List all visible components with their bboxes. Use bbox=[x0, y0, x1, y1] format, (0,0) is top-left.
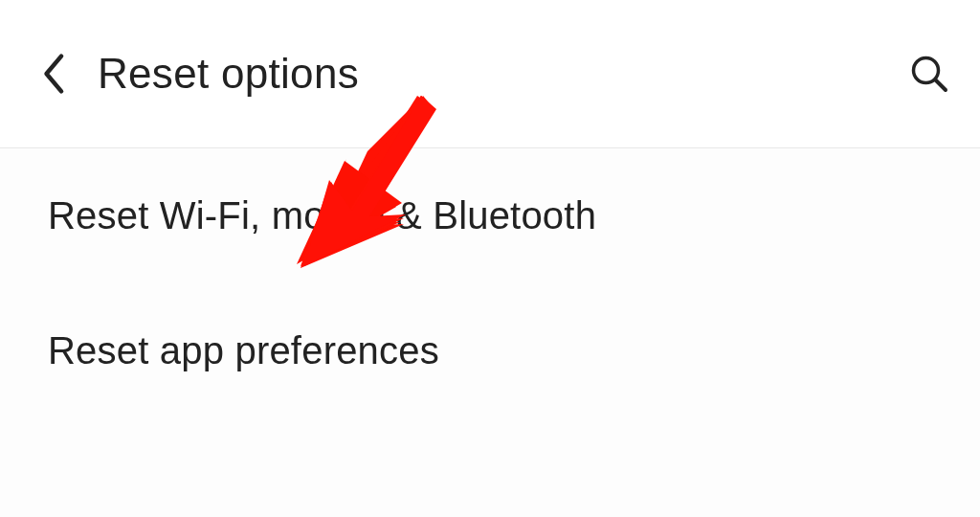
list-item-label: Reset Wi-Fi, mobile & Bluetooth bbox=[48, 194, 596, 236]
search-icon bbox=[907, 52, 951, 96]
header-left: Reset options bbox=[38, 50, 359, 98]
reset-app-preferences-item[interactable]: Reset app preferences bbox=[0, 283, 980, 418]
app-header: Reset options bbox=[0, 0, 980, 148]
svg-line-1 bbox=[936, 80, 947, 91]
settings-list: Reset Wi-Fi, mobile & Bluetooth Reset ap… bbox=[0, 148, 980, 418]
list-item-label: Reset app preferences bbox=[48, 329, 439, 371]
back-button[interactable] bbox=[38, 51, 71, 97]
search-button[interactable] bbox=[907, 52, 951, 96]
reset-wifi-mobile-bluetooth-item[interactable]: Reset Wi-Fi, mobile & Bluetooth bbox=[0, 148, 980, 283]
page-title: Reset options bbox=[98, 50, 359, 98]
chevron-left-icon bbox=[38, 51, 71, 97]
